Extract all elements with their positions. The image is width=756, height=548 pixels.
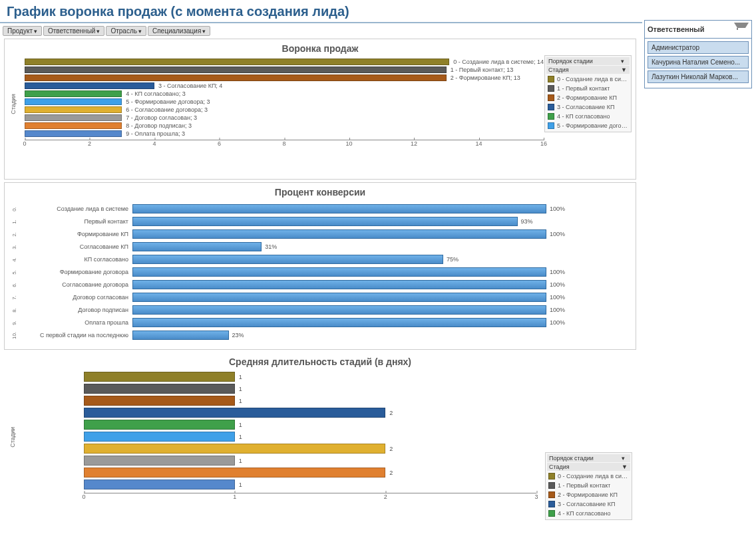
conversion-bar[interactable] xyxy=(132,255,443,264)
legend-item[interactable]: 4 - КП согласовано xyxy=(547,509,630,518)
funnel-icon[interactable]: ▼ xyxy=(622,464,628,470)
legend-item[interactable]: 3 - Согласование КП xyxy=(546,102,630,112)
funnel-bar[interactable] xyxy=(25,106,122,113)
conversion-bar[interactable] xyxy=(132,217,518,226)
filter-label: Продукт xyxy=(7,27,33,35)
legend-swatch xyxy=(548,491,555,498)
bar-label: 3 - Согласование КП; 4 xyxy=(158,82,222,89)
legend-item[interactable]: 2 - Формирование КП xyxy=(547,490,630,499)
funnel-bar[interactable] xyxy=(25,67,447,73)
legend-header[interactable]: Стадия▼ xyxy=(547,463,630,471)
filter-отрасль[interactable]: Отрасль▾ xyxy=(106,26,146,36)
duration-bar[interactable] xyxy=(84,396,235,406)
filter-bar: Продукт▾Ответственный▾Отрасль▾Специализа… xyxy=(0,23,756,39)
conversion-bar[interactable] xyxy=(132,267,546,277)
funnel-bar[interactable] xyxy=(25,114,122,121)
legend-item[interactable]: 0 - Создание лида в системе xyxy=(546,74,630,84)
funnel-bar[interactable] xyxy=(25,130,122,137)
conversion-bar[interactable] xyxy=(132,318,546,327)
legend-item[interactable]: 1 - Первый контакт xyxy=(547,481,630,490)
pct-label: 93% xyxy=(521,218,533,225)
legend-item[interactable]: 5 - Формирование договора xyxy=(546,121,630,130)
duration-bar[interactable] xyxy=(84,480,235,489)
funnel-bar[interactable] xyxy=(25,122,122,129)
funnel-bar[interactable] xyxy=(25,98,122,105)
duration-bar[interactable] xyxy=(84,444,385,454)
legend-label: 4 - КП согласовано xyxy=(557,113,610,120)
chevron-down-icon[interactable]: ▾ xyxy=(622,455,628,462)
row-category: Договор подписан xyxy=(18,307,132,313)
filter-специализация[interactable]: Специализация▾ xyxy=(148,26,210,36)
duration-bar[interactable] xyxy=(84,384,235,394)
x-tick: 2 xyxy=(88,140,91,147)
y-axis-label: Стадия xyxy=(9,94,18,114)
legend-item[interactable]: 4 - КП согласовано xyxy=(546,112,630,121)
legend-label: 2 - Формирование КП xyxy=(557,94,617,101)
x-tick: 14 xyxy=(475,140,482,147)
legend-header[interactable]: Стадия▼ xyxy=(546,66,630,74)
legend-item[interactable]: 3 - Согласование КП xyxy=(547,499,630,509)
conversion-bar[interactable] xyxy=(132,242,262,251)
legend-item[interactable]: 0 - Создание лида в системе xyxy=(547,472,630,481)
conversion-bar[interactable] xyxy=(132,331,229,340)
page-title: График воронка продаж (с момента создани… xyxy=(0,0,642,23)
legend-swatch xyxy=(548,501,555,507)
duration-bar[interactable] xyxy=(84,408,385,418)
funnel-bar[interactable] xyxy=(25,59,449,65)
legend-header-label: Стадия xyxy=(548,67,569,73)
duration-bar[interactable] xyxy=(84,432,235,442)
pct-label: 100% xyxy=(550,319,565,326)
responsible-item[interactable]: Администратор xyxy=(648,41,749,54)
conversion-bar[interactable] xyxy=(132,204,546,213)
duration-bar[interactable] xyxy=(84,420,235,430)
x-tick: 0 xyxy=(82,493,85,500)
chevron-down-icon[interactable]: ▾ xyxy=(621,58,628,65)
filter-продукт[interactable]: Продукт▾ xyxy=(3,26,42,36)
responsible-filter-panel: Ответственный АдминистраторКачурина Ната… xyxy=(644,20,752,88)
legend-label: 0 - Создание лида в системе xyxy=(558,473,629,480)
legend-label: 3 - Согласование КП xyxy=(558,501,615,507)
row-category: Создание лида в системе xyxy=(18,206,132,212)
chevron-down-icon: ▾ xyxy=(138,28,142,35)
legend-item[interactable]: 1 - Первый контакт xyxy=(546,84,630,93)
chart-title: Воронка продаж xyxy=(9,43,632,54)
conversion-chart: Процент конверсии 0.Создание лида в сист… xyxy=(4,182,636,350)
legend-swatch xyxy=(548,113,554,120)
legend-swatch xyxy=(548,473,555,480)
row-index: 9. xyxy=(11,319,17,327)
duration-bar[interactable] xyxy=(84,468,385,478)
duration-bar[interactable] xyxy=(84,456,235,466)
x-tick: 0 xyxy=(23,140,26,147)
funnel-icon[interactable] xyxy=(734,23,749,36)
funnel-icon[interactable]: ▼ xyxy=(621,67,628,73)
legend-label: 0 - Создание лида в системе xyxy=(557,76,628,82)
conversion-bar[interactable] xyxy=(132,280,546,289)
legend-item[interactable]: 2 - Формирование КП xyxy=(546,93,630,102)
duration-bar[interactable] xyxy=(84,372,235,382)
legend-header[interactable]: Порядок стадии▾ xyxy=(547,454,630,462)
bar-label: 2 xyxy=(389,446,393,452)
filter-ответственный[interactable]: Ответственный▾ xyxy=(43,26,104,36)
funnel-bar[interactable] xyxy=(25,82,154,89)
responsible-item[interactable]: Лазуткин Николай Марков... xyxy=(648,70,749,83)
x-tick: 8 xyxy=(282,140,285,147)
conversion-bar[interactable] xyxy=(132,293,546,302)
funnel-bar[interactable] xyxy=(25,90,122,97)
responsible-item[interactable]: Качурина Наталия Семено... xyxy=(648,56,749,68)
chart-legend: Порядок стадии▾Стадия▼0 - Создание лида … xyxy=(545,452,632,520)
row-category: Формирование КП xyxy=(18,231,132,237)
chevron-down-icon: ▾ xyxy=(96,28,100,35)
row-index: 7. xyxy=(11,293,17,301)
legend-label: 2 - Формирование КП xyxy=(558,491,618,498)
legend-swatch xyxy=(548,122,554,129)
bar-label: 2 xyxy=(389,410,393,416)
legend-header-label: Стадия xyxy=(549,464,570,470)
conversion-bar[interactable] xyxy=(132,229,546,239)
pct-label: 23% xyxy=(232,332,244,339)
funnel-chart: Воронка продаж Стадия 0 - Создание лида … xyxy=(4,39,636,180)
funnel-bar[interactable] xyxy=(25,74,447,81)
x-tick: 1 xyxy=(233,493,236,500)
bar-label: 1 xyxy=(239,422,242,428)
conversion-bar[interactable] xyxy=(132,305,546,315)
legend-header[interactable]: Порядок стадии▾ xyxy=(546,57,630,65)
